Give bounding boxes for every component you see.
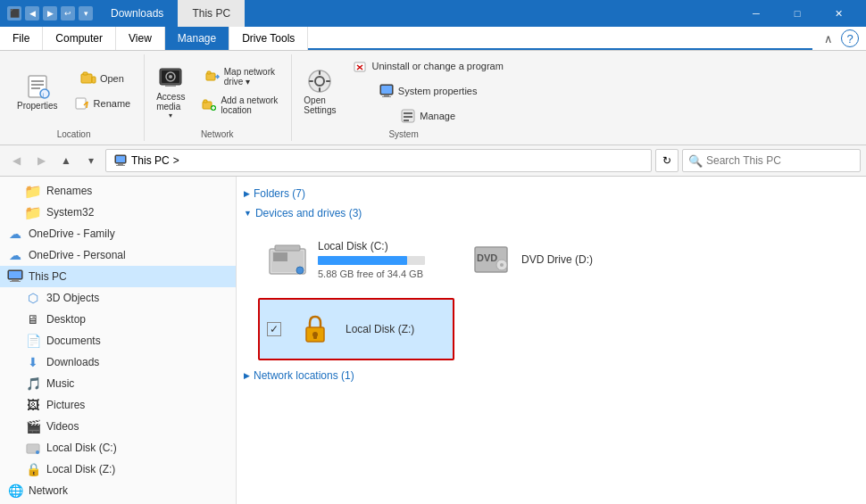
- map-network-label: Map networkdrive ▾: [224, 67, 275, 87]
- svg-point-60: [500, 263, 504, 267]
- sidebar-item-videos[interactable]: 🎬 Videos: [0, 416, 236, 437]
- svg-rect-7: [83, 72, 87, 75]
- address-box[interactable]: This PC >: [105, 149, 652, 172]
- sidebar-item-local-disk-z[interactable]: 🔒 Local Disk (Z:): [0, 459, 236, 480]
- settings-icon: [305, 67, 334, 95]
- svg-rect-2: [31, 84, 44, 86]
- svg-rect-18: [207, 71, 211, 74]
- sidebar-item-system32[interactable]: 📁 System32: [0, 202, 236, 223]
- search-box[interactable]: 🔍: [682, 149, 861, 172]
- svg-point-15: [169, 75, 172, 78]
- svg-rect-38: [404, 112, 412, 114]
- sidebar-item-desktop[interactable]: 🖥 Desktop: [0, 309, 236, 330]
- drive-item-d[interactable]: DVD DVD Drive (D:): [462, 228, 658, 291]
- sidebar-item-pictures[interactable]: 🖼 Pictures: [0, 394, 236, 416]
- system-small-btns: Uninstall or change a program System pro…: [346, 54, 509, 128]
- network-collapse-arrow: ▶: [244, 371, 250, 380]
- sidebar-item-onedrive-personal[interactable]: ☁ OneDrive - Personal: [0, 244, 236, 266]
- ribbon-group-location-items: i Properties Open Rena: [11, 54, 137, 128]
- customize-quick-icon[interactable]: ▾: [79, 6, 93, 21]
- sidebar: 📁 Renames 📁 System32 ☁ OneDrive - Family…: [0, 177, 237, 504]
- sidebar-item-network[interactable]: 🌐 Network: [0, 480, 236, 501]
- uninstall-button[interactable]: Uninstall or change a program: [346, 54, 509, 78]
- back-quick-icon[interactable]: ◀: [25, 6, 39, 21]
- ribbon-tab-computer[interactable]: Computer: [43, 27, 116, 50]
- up-button[interactable]: ▲: [55, 150, 77, 171]
- sidebar-label-thispc: This PC: [29, 270, 67, 283]
- title-tab-thispc[interactable]: This PC: [178, 0, 245, 27]
- properties-button[interactable]: i Properties: [11, 68, 64, 115]
- ribbon-tab-manage[interactable]: Manage: [165, 27, 229, 50]
- manage-button[interactable]: Manage: [346, 104, 509, 128]
- dvd-name: DVD Drive (D:): [521, 253, 650, 266]
- map-network-button[interactable]: Map networkdrive ▾: [195, 63, 284, 90]
- devices-section-content: Local Disk (C:) 5.88 GB free of 34.4 GB …: [244, 223, 859, 366]
- ribbon-tab-drivetools[interactable]: Drive Tools: [229, 27, 308, 50]
- drive-c-space: 5.88 GB free of 34.4 GB: [318, 269, 446, 279]
- folders-section-label: Folders (7): [254, 187, 305, 200]
- access-media-button[interactable]: Accessmedia ▾: [150, 59, 191, 124]
- manage-label: Manage: [420, 111, 455, 121]
- uninstall-label: Uninstall or change a program: [371, 61, 503, 71]
- drive-c-name: Local Disk (C:): [318, 240, 446, 252]
- svg-point-51: [36, 450, 39, 454]
- add-network-button[interactable]: Add a networklocation: [195, 92, 284, 119]
- access-media-label: Accessmedia: [156, 92, 185, 112]
- network-section-header[interactable]: ▶ Network locations (1): [244, 366, 859, 385]
- title-bar-quick-access: ⬛ ◀ ▶ ↩ ▾: [7, 6, 93, 21]
- open-settings-button[interactable]: OpenSettings: [297, 62, 342, 120]
- drive-c-info: Local Disk (C:) 5.88 GB free of 34.4 GB: [318, 240, 446, 279]
- minimize-button[interactable]: ─: [736, 0, 777, 27]
- map-network-icon: [204, 69, 221, 85]
- sidebar-item-music[interactable]: 🎵 Music: [0, 373, 236, 394]
- title-tab-downloads[interactable]: Downloads: [96, 0, 178, 27]
- rename-button[interactable]: Rename: [68, 92, 137, 115]
- sidebar-item-documents[interactable]: 📄 Documents: [0, 330, 236, 351]
- downloads-icon: ⬇: [25, 354, 41, 370]
- forward-button[interactable]: ▶: [30, 150, 52, 171]
- dvd-icon: DVD: [470, 238, 512, 281]
- drive-item-z[interactable]: Local Disk (Z:): [258, 298, 454, 360]
- svg-rect-9: [76, 98, 86, 109]
- svg-rect-44: [116, 165, 125, 166]
- documents-icon: 📄: [25, 333, 41, 349]
- sidebar-label-onedrive-family: OneDrive - Family: [29, 227, 115, 240]
- recent-locations-button[interactable]: ▾: [80, 150, 102, 171]
- open-button[interactable]: Open: [68, 67, 137, 90]
- ribbon-tab-file[interactable]: File: [0, 27, 43, 50]
- sidebar-item-downloads[interactable]: ⬇ Downloads: [0, 351, 236, 373]
- cloud-icon-family: ☁: [7, 226, 23, 242]
- svg-rect-63: [313, 335, 317, 339]
- sidebar-item-this-pc[interactable]: This PC: [0, 266, 236, 287]
- ribbon-expand-icon[interactable]: ∧: [820, 29, 837, 47]
- videos-icon: 🎬: [25, 418, 41, 434]
- refresh-button[interactable]: ↻: [655, 149, 679, 172]
- title-bar: ⬛ ◀ ▶ ↩ ▾ Downloads This PC ─ □ ✕: [0, 0, 866, 27]
- quick-access-icon[interactable]: ⬛: [7, 6, 21, 21]
- maximize-button[interactable]: □: [777, 0, 818, 27]
- ribbon-tab-view[interactable]: View: [116, 27, 165, 50]
- sidebar-item-local-disk-c[interactable]: Local Disk (C:): [0, 437, 236, 459]
- search-input[interactable]: [706, 154, 854, 167]
- svg-rect-8: [92, 77, 96, 83]
- help-icon[interactable]: ?: [841, 29, 859, 47]
- folder-icon-system32: 📁: [25, 204, 41, 220]
- system-props-button[interactable]: System properties: [346, 79, 509, 103]
- folders-section-header[interactable]: ▶ Folders (7): [244, 184, 859, 203]
- forward-quick-icon[interactable]: ▶: [43, 6, 57, 21]
- add-network-label: Add a networklocation: [221, 95, 278, 115]
- undo-quick-icon[interactable]: ↩: [61, 6, 75, 21]
- sidebar-item-3d-objects[interactable]: ⬡ 3D Objects: [0, 287, 236, 309]
- sidebar-item-renames[interactable]: 📁 Renames: [0, 180, 236, 202]
- window-controls: ─ □ ✕: [736, 0, 859, 27]
- sidebar-item-onedrive-family[interactable]: ☁ OneDrive - Family: [0, 223, 236, 244]
- svg-rect-35: [384, 95, 389, 96]
- ribbon-group-location: i Properties Open Rena: [7, 54, 145, 141]
- devices-section-header[interactable]: ▼ Devices and drives (3): [244, 203, 859, 223]
- drive-item-c[interactable]: Local Disk (C:) 5.88 GB free of 34.4 GB: [258, 228, 454, 291]
- folders-collapse-arrow: ▶: [244, 189, 250, 198]
- back-button[interactable]: ◀: [5, 150, 27, 171]
- disk-z-icon: 🔒: [25, 461, 41, 477]
- close-button[interactable]: ✕: [818, 0, 859, 27]
- svg-rect-16: [165, 85, 176, 87]
